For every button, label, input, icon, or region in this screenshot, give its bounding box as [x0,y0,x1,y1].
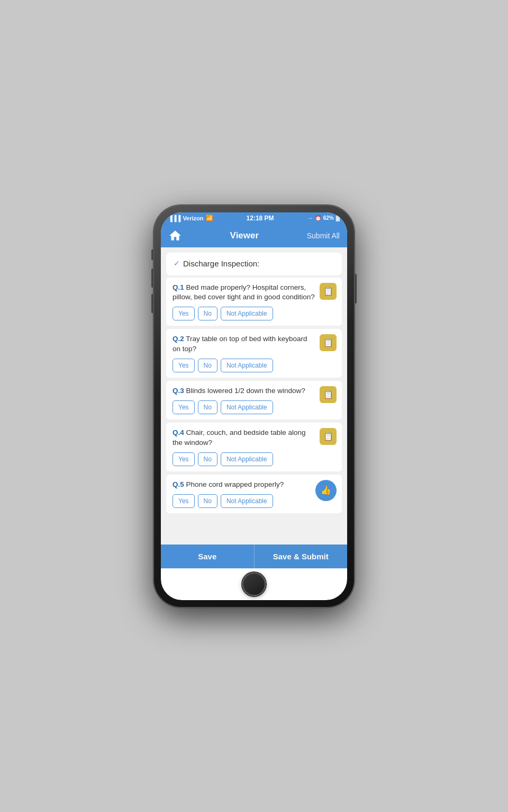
question-4-id: Q.4 [173,429,184,436]
question-1-note-btn[interactable]: 📋 [320,283,337,300]
question-3-body: Blinds lowered 1/2 down the window? [186,387,305,395]
q4-na-button[interactable]: Not Applicable [221,452,273,466]
question-2-note-btn[interactable]: 📋 [320,334,337,351]
question-4-block: Q.4 Chair, couch, and bedside table alon… [166,423,342,471]
q5-no-button[interactable]: No [198,494,217,508]
question-3-note-btn[interactable]: 📋 [320,386,337,403]
status-right: → ⏰ 62% ▓ [307,215,340,221]
question-2-block: Q.2 Tray table on top of bed with keyboa… [166,329,342,378]
section-title: Discharge Inspection: [183,259,259,268]
question-1-text: Q.1 Bed made properly? Hospital corners,… [173,283,335,303]
save-button[interactable]: Save [161,545,254,568]
note-icon-4: 📋 [323,432,333,441]
question-4-note-btn[interactable]: 📋 [320,428,337,445]
question-5-feedback-btn[interactable]: 👍 [315,480,337,501]
question-2-id: Q.2 [173,335,184,343]
q2-yes-button[interactable]: Yes [173,359,195,372]
power-button[interactable] [355,274,357,304]
note-icon-1: 📋 [323,287,333,296]
q1-na-button[interactable]: Not Applicable [221,307,273,320]
question-4-body: Chair, couch, and bedside table along th… [173,429,305,447]
question-5-id: Q.5 [173,480,184,488]
q1-yes-button[interactable]: Yes [173,307,195,320]
wifi-icon: 📶 [206,215,213,221]
note-icon-3: 📋 [323,390,333,399]
question-2-body: Tray table on top of bed with keyboard o… [173,335,307,353]
question-5-text: Q.5 Phone cord wrapped properly? [173,480,335,490]
question-5-body: Phone cord wrapped properly? [186,480,284,488]
q3-na-button[interactable]: Not Applicable [221,400,273,414]
question-2-text: Q.2 Tray table on top of bed with keyboa… [173,334,335,354]
nav-bar: Viewer Submit All [161,224,347,247]
question-4-answers: Yes No Not Applicable [173,452,335,466]
question-1-id: Q.1 [173,283,184,291]
phone-screen: ▐▐▐ Verizon 📶 12:18 PM → ⏰ 62% ▓ Viewer … [161,212,347,600]
question-5-block: Q.5 Phone cord wrapped properly? 👍 Yes N… [166,475,342,513]
question-2-answers: Yes No Not Applicable [173,359,335,372]
q5-yes-button[interactable]: Yes [173,494,195,508]
status-time: 12:18 PM [247,215,274,222]
question-1-body: Bed made properly? Hospital corners, pil… [173,283,315,301]
question-1-answers: Yes No Not Applicable [173,307,335,320]
phone-frame: ▐▐▐ Verizon 📶 12:18 PM → ⏰ 62% ▓ Viewer … [153,205,355,608]
home-hardware-button[interactable] [242,573,266,596]
bottom-bar: Save Save & Submit [161,545,347,568]
section-header-card: ✓ Discharge Inspection: [166,253,342,275]
section-header: ✓ Discharge Inspection: [174,259,334,268]
location-icon: → [307,215,313,221]
home-button[interactable] [168,229,182,243]
status-left: ▐▐▐ Verizon 📶 [168,215,213,221]
thumbsup-icon: 👍 [321,485,331,495]
volume-up-button[interactable] [151,269,153,288]
question-3-answers: Yes No Not Applicable [173,400,335,414]
q2-na-button[interactable]: Not Applicable [221,359,273,372]
silent-switch[interactable] [151,249,153,260]
signal-bars: ▐▐▐ [168,215,180,221]
q2-no-button[interactable]: No [198,359,217,372]
question-4-text: Q.4 Chair, couch, and bedside table alon… [173,428,335,448]
battery-label: 62% [323,215,334,221]
collapse-chevron[interactable]: ✓ [174,259,180,267]
q5-na-button[interactable]: Not Applicable [221,494,273,508]
content-area: ✓ Discharge Inspection: Q.1 Bed made pro… [161,247,347,545]
q4-no-button[interactable]: No [198,452,217,466]
nav-title: Viewer [230,230,259,241]
status-bar: ▐▐▐ Verizon 📶 12:18 PM → ⏰ 62% ▓ [161,212,347,224]
battery-icon: ▓ [336,215,340,221]
note-icon-2: 📋 [323,338,333,347]
submit-all-button[interactable]: Submit All [307,231,340,240]
q4-yes-button[interactable]: Yes [173,452,195,466]
question-1-block: Q.1 Bed made properly? Hospital corners,… [166,278,342,326]
question-5-answers: Yes No Not Applicable [173,494,335,508]
alarm-icon: ⏰ [315,215,321,221]
question-3-id: Q.3 [173,387,184,395]
q3-no-button[interactable]: No [198,400,217,414]
home-button-area [161,568,347,600]
carrier-label: Verizon [183,215,203,221]
save-submit-button[interactable]: Save & Submit [254,545,348,568]
volume-down-button[interactable] [151,294,153,313]
question-3-text: Q.3 Blinds lowered 1/2 down the window? [173,386,335,396]
q3-yes-button[interactable]: Yes [173,400,195,414]
q1-no-button[interactable]: No [198,307,217,320]
question-3-block: Q.3 Blinds lowered 1/2 down the window? … [166,381,342,420]
